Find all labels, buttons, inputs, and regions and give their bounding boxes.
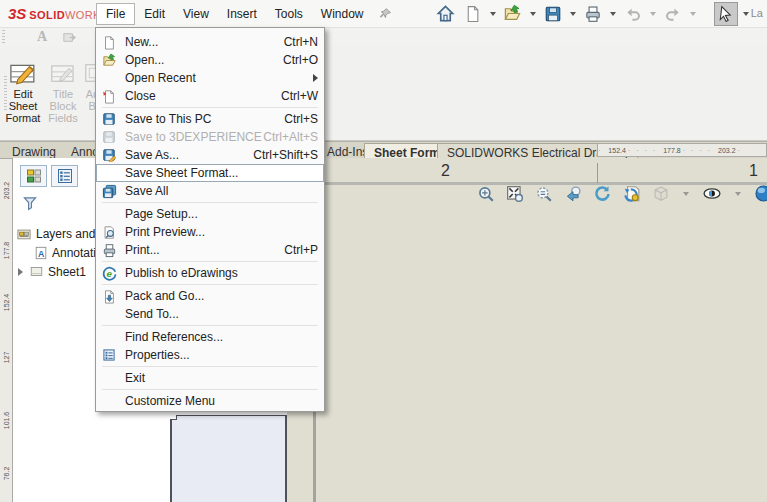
view-orientation-dropdown-icon[interactable]	[683, 192, 689, 196]
menu-item-save-to-3dexperience[interactable]: Save to 3DEXPERIENCE Ctrl+Alt+S	[96, 128, 324, 146]
edit-sheet-format-button[interactable]: Edit Sheet Format	[4, 58, 42, 124]
select-dropdown-icon[interactable]	[743, 12, 749, 16]
menu-item-find-references[interactable]: Find References...	[96, 328, 324, 346]
open-icon[interactable]	[501, 2, 525, 26]
annotation-letter-icon: A	[37, 29, 47, 45]
title-block-fields-button[interactable]: Title Block Fields	[44, 58, 82, 124]
print-icon[interactable]	[581, 2, 605, 26]
title-block-fields-icon	[44, 58, 82, 88]
rotate-view-icon[interactable]	[593, 185, 611, 203]
menu-item-page-setup[interactable]: Page Setup...	[96, 205, 324, 223]
edit-sheet-format-icon	[4, 58, 42, 88]
tree-item-label: Sheet1	[48, 265, 86, 279]
hruler-label: 177.8	[661, 147, 683, 154]
select-cursor-icon[interactable]	[714, 2, 738, 26]
new-dropdown-icon[interactable]	[490, 12, 496, 16]
redo-icon[interactable]	[661, 2, 685, 26]
zoom-to-area-icon[interactable]	[506, 185, 524, 203]
menu-insert[interactable]: Insert	[218, 4, 266, 24]
menu-item-save-sheet-format[interactable]: Save Sheet Format...	[96, 164, 324, 182]
block-tool-icon	[61, 30, 78, 45]
undo-dropdown-icon[interactable]	[650, 12, 656, 16]
menu-item-properties[interactable]: Properties...	[96, 346, 324, 364]
menu-item-close[interactable]: Close Ctrl+W	[96, 87, 324, 105]
menu-separator	[96, 105, 324, 110]
undo-icon[interactable]	[621, 2, 645, 26]
menu-item-pack-and-go[interactable]: Pack and Go...	[96, 287, 324, 305]
menu-edit[interactable]: Edit	[135, 4, 174, 24]
menu-view[interactable]: View	[174, 4, 218, 24]
menu-separator	[96, 364, 324, 369]
design-tree-tab[interactable]	[20, 165, 47, 187]
vruler-label: 152.4	[3, 290, 10, 316]
menu-item-print-preview[interactable]: Print Preview...	[96, 223, 324, 241]
close-document-icon	[100, 88, 118, 104]
properties-icon	[100, 347, 118, 363]
menu-item-exit[interactable]: Exit	[96, 369, 324, 387]
pin-menu-icon[interactable]	[379, 7, 392, 20]
menu-item-customize-menu[interactable]: Customize Menu	[96, 392, 324, 410]
drawing-viewport[interactable]	[287, 158, 767, 502]
menu-item-new[interactable]: New... Ctrl+N	[96, 33, 324, 51]
print-dropdown-icon[interactable]	[610, 12, 616, 16]
open-icon	[100, 52, 118, 68]
title-block-fields-label: Title Block Fields	[44, 88, 82, 124]
hide-show-dropdown-icon[interactable]	[735, 192, 741, 196]
logo-mark: 3S	[8, 5, 26, 22]
svg-text:e: e	[106, 268, 112, 279]
apply-scene-icon[interactable]	[754, 184, 767, 203]
pack-and-go-icon	[100, 288, 118, 304]
update-sheet-icon[interactable]	[622, 185, 641, 203]
previous-view-icon[interactable]	[564, 185, 582, 203]
menu-item-save-all[interactable]: Save All	[96, 182, 324, 200]
home-icon[interactable]	[434, 2, 458, 26]
hide-show-items-icon[interactable]	[702, 185, 722, 202]
menu-separator	[96, 282, 324, 287]
hruler-label: 203.2	[716, 147, 738, 154]
top-right-cut-text: La	[751, 7, 763, 19]
solidworks-logo: 3S SOLID WORKS	[8, 5, 96, 22]
new-document-icon[interactable]	[461, 2, 485, 26]
view-orientation-icon[interactable]	[652, 185, 670, 203]
filter-funnel-icon[interactable]	[22, 196, 38, 211]
zoom-to-fit-icon[interactable]	[477, 185, 495, 203]
edit-sheet-format-label: Edit Sheet Format	[4, 88, 42, 124]
menu-item-send-to[interactable]: Send To...	[96, 305, 324, 323]
save-icon[interactable]	[541, 2, 565, 26]
new-document-icon	[100, 34, 118, 50]
solidworks-window: 3S SOLID WORKS File Edit View Insert Too…	[0, 0, 767, 502]
design-tree-icon	[25, 168, 43, 184]
menu-file[interactable]: File	[96, 3, 135, 25]
toolbar-drag-handle[interactable]	[2, 30, 5, 44]
redo-dropdown-icon[interactable]	[690, 12, 696, 16]
sheet-icon	[29, 265, 44, 278]
hruler-label: 152.4	[606, 147, 628, 154]
print-preview-icon	[100, 224, 118, 240]
save-3dexperience-icon	[100, 129, 118, 145]
print-icon	[100, 242, 118, 258]
property-list-icon	[56, 168, 74, 184]
menu-item-publish-to-edrawings[interactable]: e Publish to eDrawings	[96, 264, 324, 282]
zone-divider	[597, 163, 598, 183]
save-all-icon	[100, 183, 118, 199]
menu-item-open[interactable]: Open... Ctrl+O	[96, 51, 324, 69]
save-dropdown-icon[interactable]	[570, 12, 576, 16]
annotation-icon: A	[34, 246, 48, 260]
open-dropdown-icon[interactable]	[530, 12, 536, 16]
submenu-arrow-icon	[313, 74, 318, 82]
vruler-label: 203.2	[3, 178, 10, 204]
preview-notch	[170, 415, 177, 420]
menu-item-open-recent[interactable]: Open Recent	[96, 69, 324, 87]
menu-item-save-as[interactable]: Save As... Ctrl+Shift+S	[96, 146, 324, 164]
property-manager-tab[interactable]	[51, 165, 78, 187]
layers-icon	[16, 227, 32, 241]
save-as-icon	[100, 147, 118, 163]
zoom-in-out-icon[interactable]	[535, 185, 553, 203]
menu-item-save-to-this-pc[interactable]: Save to This PC Ctrl+S	[96, 110, 324, 128]
menu-item-print[interactable]: Print... Ctrl+P	[96, 241, 324, 259]
menu-tools[interactable]: Tools	[266, 4, 312, 24]
menu-window[interactable]: Window	[312, 4, 373, 24]
horizontal-ruler: · 152.4 ···· 177.8 ···· 203.2 ·	[597, 143, 767, 157]
expand-caret-icon[interactable]	[18, 268, 23, 276]
menu-separator	[96, 323, 324, 328]
